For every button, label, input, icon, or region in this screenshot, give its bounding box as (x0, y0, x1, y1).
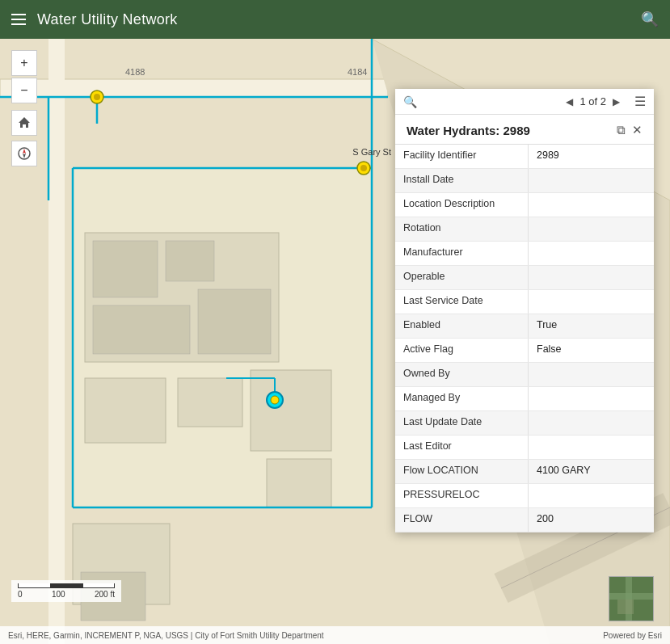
table-row: Install Date (395, 169, 654, 193)
field-label: Install Date (395, 169, 529, 192)
field-value: 2989 (529, 145, 654, 168)
svg-rect-11 (178, 378, 242, 427)
field-label: Manufacturer (395, 242, 529, 265)
field-label: Active Flag (395, 339, 529, 362)
map-thumbnail[interactable] (609, 576, 654, 621)
table-row: FLOW200 (395, 508, 654, 532)
popup-menu-button[interactable]: ☰ (634, 94, 646, 109)
street-label: S Gary St (352, 147, 391, 157)
field-value: 200 (529, 508, 654, 532)
svg-rect-12 (251, 370, 331, 451)
field-value (529, 169, 654, 192)
popup-next-button[interactable]: ▶ (609, 95, 623, 109)
svg-rect-42 (617, 600, 634, 614)
table-row: Active FlagFalse (395, 339, 654, 363)
field-label: Last Update Date (395, 411, 529, 435)
field-value (529, 266, 654, 289)
table-row: Last Editor (395, 436, 654, 460)
zoom-out-button[interactable]: − (11, 78, 37, 103)
svg-rect-41 (626, 577, 632, 621)
field-value (529, 290, 654, 314)
field-label: Last Service Date (395, 290, 529, 314)
attribution-right: Powered by Esri (603, 631, 662, 640)
popup-toolbar: 🔍 ◀ 1 of 2 ▶ ☰ (395, 89, 654, 115)
scale-label-100: 100 (52, 590, 65, 599)
svg-rect-13 (267, 459, 331, 507)
svg-rect-6 (93, 241, 158, 297)
field-label: PRESSURELOC (395, 484, 529, 507)
popup-table[interactable]: Facility Identifier2989Install DateLocat… (395, 145, 654, 532)
table-row: Owned By (395, 363, 654, 387)
table-row: PRESSURELOC (395, 484, 654, 508)
svg-point-29 (94, 94, 100, 100)
field-value (529, 411, 654, 435)
compass-button[interactable] (11, 141, 37, 166)
field-value (529, 363, 654, 386)
field-label: Operable (395, 266, 529, 289)
field-value (529, 242, 654, 265)
table-row: Last Service Date (395, 290, 654, 314)
svg-rect-9 (198, 289, 271, 354)
map-controls: + − (11, 50, 37, 166)
svg-point-33 (271, 396, 279, 404)
scale-label-0: 0 (18, 590, 23, 599)
attribution-left: Esri, HERE, Garmin, INCREMENT P, NGA, US… (8, 631, 324, 640)
field-label: Owned By (395, 363, 529, 386)
field-value: 4100 GARY (529, 460, 654, 483)
field-label: FLOW (395, 508, 529, 532)
attribution-bar: Esri, HERE, Garmin, INCREMENT P, NGA, US… (0, 626, 670, 644)
field-label: Last Editor (395, 436, 529, 459)
svg-rect-8 (93, 305, 190, 354)
svg-point-31 (360, 165, 367, 171)
field-label: Flow LOCATION (395, 460, 529, 483)
table-row: Facility Identifier2989 (395, 145, 654, 169)
scale-bar: 0 100 200 ft (11, 580, 121, 602)
scale-label-200ft: 200 ft (95, 590, 115, 599)
table-row: Manufacturer (395, 242, 654, 266)
table-row: Last Update Date (395, 411, 654, 436)
home-button[interactable] (11, 110, 37, 136)
field-value: False (529, 339, 654, 362)
svg-rect-7 (166, 241, 214, 281)
svg-text:4184: 4184 (348, 67, 367, 77)
map-container[interactable]: 4188 4184 S Gary St + − 🔍 ◀ 1 of 2 (0, 39, 670, 644)
popup-panel: 🔍 ◀ 1 of 2 ▶ ☰ Water Hydrants: 2989 ⧉ ✕ … (395, 89, 654, 532)
field-label: Managed By (395, 387, 529, 410)
table-row: Managed By (395, 387, 654, 411)
home-icon (18, 116, 31, 129)
popup-title: Water Hydrants: 2989 (407, 124, 530, 137)
field-value (529, 484, 654, 507)
popup-header: Water Hydrants: 2989 ⧉ ✕ (395, 115, 654, 145)
zoom-in-button[interactable]: + (11, 50, 37, 76)
popup-navigation: ◀ 1 of 2 ▶ (563, 95, 623, 109)
table-row: Location Description (395, 193, 654, 217)
table-row: EnabledTrue (395, 314, 654, 339)
popup-search-icon[interactable]: 🔍 (403, 95, 417, 108)
field-label: Facility Identifier (395, 145, 529, 168)
field-value (529, 217, 654, 241)
table-row: Operable (395, 266, 654, 290)
svg-rect-3 (48, 39, 65, 644)
popup-copy-button[interactable]: ⧉ (617, 123, 626, 137)
menu-button[interactable] (11, 14, 26, 25)
field-value (529, 193, 654, 217)
thumbnail-image (609, 577, 654, 621)
popup-prev-button[interactable]: ◀ (563, 95, 576, 109)
table-row: Flow LOCATION4100 GARY (395, 460, 654, 484)
app-title: Water Utility Network (37, 11, 178, 28)
field-label: Rotation (395, 217, 529, 241)
table-row: Rotation (395, 217, 654, 242)
svg-text:4188: 4188 (125, 67, 145, 77)
svg-rect-10 (85, 378, 166, 443)
svg-marker-38 (23, 154, 26, 158)
header-search-icon[interactable]: 🔍 (641, 11, 659, 28)
popup-nav-text: 1 of 2 (579, 95, 606, 107)
svg-marker-37 (23, 149, 26, 154)
field-value (529, 436, 654, 459)
field-label: Location Description (395, 193, 529, 217)
app-header: Water Utility Network 🔍 (0, 0, 670, 39)
popup-close-button[interactable]: ✕ (632, 123, 643, 137)
compass-icon (18, 147, 31, 160)
popup-header-icons: ⧉ ✕ (617, 123, 643, 137)
field-value: True (529, 314, 654, 338)
